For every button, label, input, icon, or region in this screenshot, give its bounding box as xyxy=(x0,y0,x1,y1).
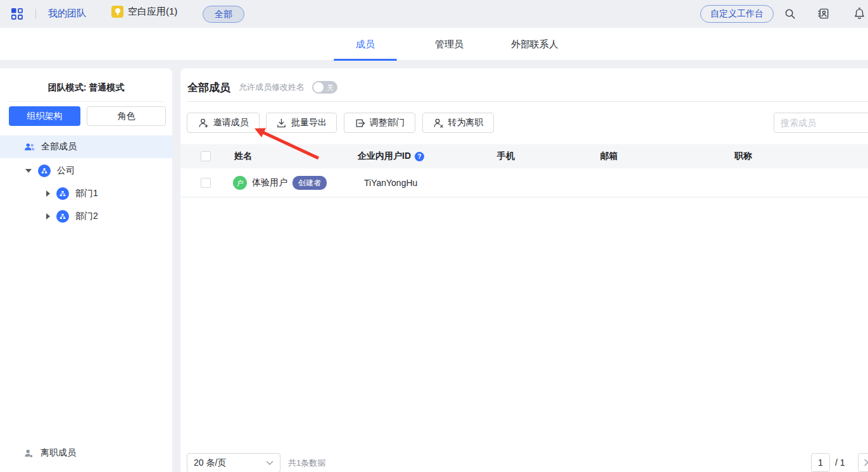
org-structure-button[interactable]: 组织架构 xyxy=(9,106,80,126)
toggle-knob xyxy=(313,82,324,92)
creator-badge: 创建者 xyxy=(292,176,327,190)
resigned-person-icon xyxy=(24,449,34,458)
row-checkbox[interactable] xyxy=(201,178,211,188)
tree-item-all-members[interactable]: 全部成员 xyxy=(0,135,172,158)
adjust-department-button[interactable]: 调整部门 xyxy=(344,113,415,133)
column-job-title: 职称 xyxy=(734,144,752,168)
org-node-icon xyxy=(56,210,69,223)
current-page-box[interactable]: 1 xyxy=(811,453,830,472)
help-icon[interactable] xyxy=(415,152,424,161)
org-node-icon xyxy=(38,165,51,177)
invite-member-button[interactable]: 邀请成员 xyxy=(187,113,260,133)
contacts-book-icon[interactable] xyxy=(817,8,829,22)
allow-rename-toggle[interactable]: 关 xyxy=(312,81,337,94)
download-icon xyxy=(276,118,287,128)
role-button[interactable]: 角色 xyxy=(87,106,166,126)
adjust-department-label: 调整部门 xyxy=(370,117,405,128)
tab-members[interactable]: 成员 xyxy=(356,28,375,61)
set-resigned-button[interactable]: 转为离职 xyxy=(422,113,494,133)
search-member-input[interactable] xyxy=(774,113,868,133)
team-mode-label: 团队模式: 普通模式 xyxy=(0,82,172,94)
member-name: 体验用户 xyxy=(252,177,287,189)
org-node-icon xyxy=(56,187,69,200)
total-pages-label: / 1 xyxy=(835,453,845,472)
tree-item-label: 部门2 xyxy=(75,211,98,222)
move-out-icon xyxy=(355,118,365,128)
select-all-checkbox[interactable] xyxy=(201,151,211,161)
topbar: 我的团队 空白应用(1) 全部 自定义工作台 xyxy=(0,0,868,28)
my-team-link[interactable]: 我的团队 xyxy=(48,8,86,20)
search-icon[interactable] xyxy=(784,8,796,22)
page-title: 全部成员 xyxy=(187,80,230,95)
tab-admins[interactable]: 管理员 xyxy=(435,28,463,61)
toggle-state-label: 关 xyxy=(327,83,334,92)
tree-item-company[interactable]: 公司 xyxy=(0,159,172,182)
chevron-down-icon xyxy=(266,461,274,466)
page-size-select[interactable]: 20 条/页 xyxy=(187,453,280,472)
title-divider xyxy=(187,101,868,102)
batch-export-label: 批量导出 xyxy=(291,117,327,128)
set-resigned-label: 转为离职 xyxy=(448,117,484,128)
custom-workbench-button[interactable]: 自定义工作台 xyxy=(700,5,774,23)
column-name: 姓名 xyxy=(234,144,252,168)
table-header: 姓名 企业内用户ID 手机 邮箱 职称 xyxy=(180,144,868,168)
tree-item-label: 公司 xyxy=(57,165,75,177)
scope-all-pill[interactable]: 全部 xyxy=(203,6,244,23)
next-page-button[interactable] xyxy=(858,453,868,472)
batch-export-button[interactable]: 批量导出 xyxy=(266,113,337,133)
tree-item-label: 部门1 xyxy=(75,188,98,199)
current-app-badge[interactable]: 空白应用(1) xyxy=(111,6,177,18)
caret-right-icon[interactable] xyxy=(46,213,50,220)
tree-item-label: 全部成员 xyxy=(41,141,77,152)
bell-icon[interactable] xyxy=(853,8,865,22)
topbar-divider xyxy=(35,9,36,19)
page-size-value: 20 条/页 xyxy=(194,457,226,469)
app-name-label: 空白应用(1) xyxy=(128,6,177,18)
avatar: 户 xyxy=(233,176,247,190)
app-icon xyxy=(111,6,123,18)
resigned-members-label: 离职成员 xyxy=(41,447,76,459)
resigned-members-item[interactable]: 离职成员 xyxy=(0,442,172,464)
column-email: 邮箱 xyxy=(600,144,618,168)
invite-member-label: 邀请成员 xyxy=(213,117,249,128)
column-user-id: 企业内用户ID xyxy=(358,144,424,168)
caret-right-icon[interactable] xyxy=(46,190,50,197)
sidebar-divider xyxy=(9,101,163,102)
top-tabs-bar: 成员 管理员 外部联系人 xyxy=(0,28,868,61)
apps-grid-icon[interactable] xyxy=(10,7,24,21)
tree-item-dept2[interactable]: 部门2 xyxy=(0,205,172,228)
allow-rename-label: 允许成员修改姓名 xyxy=(239,82,305,93)
column-phone: 手机 xyxy=(497,144,515,168)
sidebar: 团队模式: 普通模式 组织架构 角色 全部成员 公司 xyxy=(0,68,172,472)
person-remove-icon xyxy=(433,118,444,128)
tree-item-dept1[interactable]: 部门1 xyxy=(0,182,172,205)
tab-external-contacts[interactable]: 外部联系人 xyxy=(511,28,558,61)
caret-down-icon[interactable] xyxy=(25,169,32,173)
user-id-value: TiYanYongHu xyxy=(364,168,417,197)
people-group-icon xyxy=(24,142,35,152)
total-count-label: 共1条数据 xyxy=(288,453,325,472)
table-row[interactable]: 户 体验用户 创建者 TiYanYongHu xyxy=(180,168,868,197)
person-add-icon xyxy=(198,118,209,128)
column-user-id-label: 企业内用户ID xyxy=(358,151,411,162)
main-panel: 全部成员 允许成员修改姓名 关 邀请成员 批量导出 xyxy=(180,68,868,472)
